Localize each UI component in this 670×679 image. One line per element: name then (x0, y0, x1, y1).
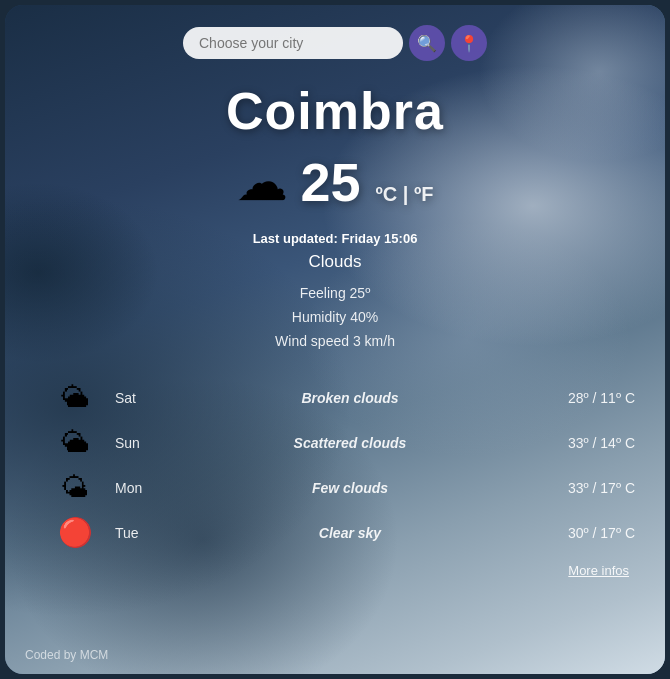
more-infos-link[interactable]: More infos (568, 563, 629, 578)
forecast-temps: 30º / 17º C (505, 525, 635, 541)
feeling: Feeling 25º (275, 282, 395, 306)
forecast-icon: 🌥 (35, 426, 115, 459)
forecast-icon: 🌤 (35, 471, 115, 504)
weather-card: 🔍 📍 Coimbra ☁ 25 ºC | ºF Last updated: F… (5, 5, 665, 674)
forecast-condition: Broken clouds (195, 390, 505, 406)
search-row: 🔍 📍 (183, 25, 487, 61)
search-icon: 🔍 (417, 34, 437, 53)
weather-details: Feeling 25º Humidity 40% Wind speed 3 km… (275, 282, 395, 353)
temperature-row: ☁ 25 ºC | ºF (236, 151, 433, 213)
forecast-temps: 28º / 11º C (505, 390, 635, 406)
forecast-condition: Few clouds (195, 480, 505, 496)
forecast-temps: 33º / 17º C (505, 480, 635, 496)
forecast-day: Sat (115, 390, 195, 406)
forecast-day: Sun (115, 435, 195, 451)
humidity: Humidity 40% (275, 306, 395, 330)
main-content: 🔍 📍 Coimbra ☁ 25 ºC | ºF Last updated: F… (5, 5, 665, 674)
forecast-temps: 33º / 14º C (505, 435, 635, 451)
weather-condition: Clouds (309, 252, 362, 272)
forecast-row: 🌤 Mon Few clouds 33º / 17º C (25, 467, 645, 508)
forecast-day: Mon (115, 480, 195, 496)
forecast-condition: Clear sky (195, 525, 505, 541)
forecast-icon: 🔴 (35, 516, 115, 549)
last-updated: Last updated: Friday 15:06 (253, 231, 418, 246)
forecast-row: 🔴 Tue Clear sky 30º / 17º C (25, 512, 645, 553)
city-search-input[interactable] (183, 27, 403, 59)
temperature-value: 25 ºC | ºF (300, 151, 433, 213)
more-infos-row: More infos (25, 561, 645, 579)
wind-speed: Wind speed 3 km/h (275, 330, 395, 354)
unit-toggle[interactable]: ºC | ºF (376, 183, 434, 205)
city-name: Coimbra (226, 81, 444, 141)
forecast-day: Tue (115, 525, 195, 541)
forecast-row: 🌥 Sat Broken clouds 28º / 11º C (25, 377, 645, 418)
location-button[interactable]: 📍 (451, 25, 487, 61)
search-button[interactable]: 🔍 (409, 25, 445, 61)
forecast-condition: Scattered clouds (195, 435, 505, 451)
location-icon: 📍 (459, 34, 479, 53)
forecast-list: 🌥 Sat Broken clouds 28º / 11º C 🌥 Sun Sc… (25, 377, 645, 553)
forecast-row: 🌥 Sun Scattered clouds 33º / 14º C (25, 422, 645, 463)
weather-icon: ☁ (236, 152, 288, 212)
forecast-icon: 🌥 (35, 381, 115, 414)
